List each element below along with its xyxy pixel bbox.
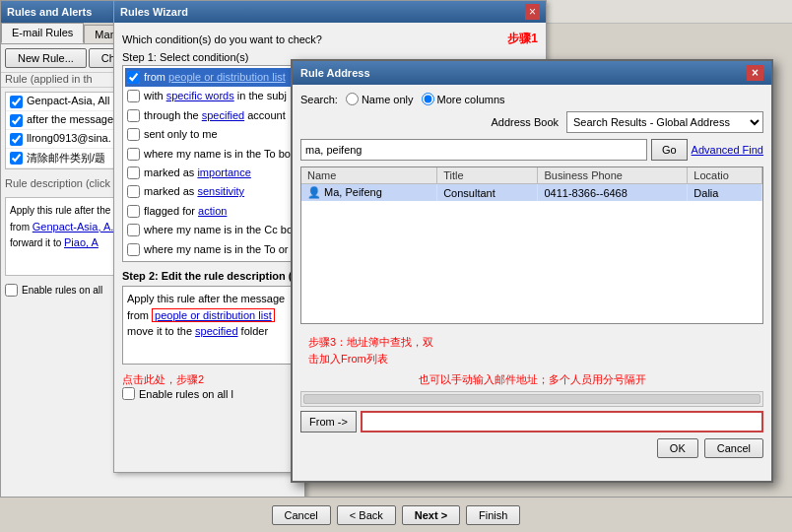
dialog-title: Rule Address: [300, 67, 370, 79]
person-icon: 👤: [307, 186, 321, 198]
results-table-header-row: Name Title Business Phone Locatio: [301, 167, 762, 184]
search-label: Search:: [300, 94, 338, 105]
rule-checkbox-0[interactable]: [10, 96, 23, 108]
footer-back-button[interactable]: < Back: [337, 505, 396, 525]
radio-name-only-label: Name only: [346, 93, 414, 105]
result-location-0: Dalia: [688, 184, 762, 202]
result-name-0: 👤 Ma, Peifeng: [301, 184, 437, 202]
also-annotation: 也可以手动输入邮件地址；多个人员用分号隔开: [300, 372, 763, 387]
address-book-select[interactable]: Search Results - Global Address: [566, 111, 763, 133]
dialog-cancel-button[interactable]: Cancel: [704, 438, 763, 458]
rule-desc-text: Apply this rule after the messagefrom pe…: [127, 293, 285, 337]
sensitivity-link[interactable]: sensitivity: [197, 185, 244, 197]
condition-text-2: through the specified account: [144, 108, 286, 123]
action-link[interactable]: action: [198, 205, 227, 217]
result-phone-0: 0411-8366--6468: [538, 184, 688, 202]
col-location: Locatio: [688, 167, 762, 184]
middle-section: 步骤3：地址簿中查找，双 击加入From列表: [300, 330, 763, 372]
enable-rules-wizard-checkbox[interactable]: [122, 387, 135, 400]
condition-checkbox-5[interactable]: [127, 166, 140, 179]
condition-checkbox-8[interactable]: [127, 224, 140, 236]
new-rule-button[interactable]: New Rule...: [5, 48, 87, 68]
enable-rules-wizard-label: Enable rules on all l: [139, 388, 233, 400]
rule-checkbox-2[interactable]: [10, 133, 23, 146]
condition-checkbox-3[interactable]: [127, 128, 140, 141]
enable-rules-label: Enable rules on all: [22, 285, 102, 296]
radio-more-columns-label: More columns: [422, 93, 505, 105]
wizard-titlebar: Rules Wizard ×: [114, 1, 546, 23]
footer-next-button[interactable]: Next >: [402, 505, 460, 525]
radio-name-only-text: Name only: [362, 94, 414, 105]
condition-text-6: marked as sensitivity: [144, 184, 244, 199]
people-dist-link-0[interactable]: people or distribution list: [168, 71, 286, 83]
dialog-bottom-btns: OK Cancel: [300, 438, 763, 458]
wizard-close-btn[interactable]: ×: [525, 4, 540, 20]
from-button[interactable]: From ->: [300, 411, 357, 432]
enable-rules-checkbox[interactable]: [5, 284, 18, 297]
condition-text-7: flagged for action: [144, 204, 227, 219]
search-row: Search: Name only More columns: [300, 93, 763, 105]
importance-link[interactable]: importance: [197, 166, 250, 178]
radio-more-columns[interactable]: [422, 93, 434, 105]
dialog-body: Search: Name only More columns Address B…: [293, 85, 771, 466]
radio-group: Name only More columns: [346, 93, 505, 105]
from-input[interactable]: [361, 411, 763, 432]
rule-checkbox-3[interactable]: [10, 152, 23, 165]
scroll-track: [303, 394, 760, 404]
step1-title: Which condition(s) do you want to check?: [122, 33, 322, 45]
rule-text-0: Genpact-Asia, All: [27, 95, 109, 106]
results-table: Name Title Business Phone Locatio 👤 Ma, …: [301, 167, 762, 201]
advanced-find-link[interactable]: Advanced Find: [692, 144, 763, 156]
condition-checkbox-1[interactable]: [127, 90, 140, 102]
table-header-label: Rule (applied in th: [5, 73, 93, 85]
results-table-container: Name Title Business Phone Locatio 👤 Ma, …: [300, 166, 763, 324]
go-button[interactable]: Go: [651, 139, 688, 161]
specified-folder-link[interactable]: specified: [195, 325, 237, 337]
footer-cancel-button[interactable]: Cancel: [272, 505, 331, 525]
address-book-row: Address Book Search Results - Global Add…: [300, 111, 763, 133]
col-name: Name: [301, 167, 437, 184]
ok-button[interactable]: OK: [657, 438, 698, 458]
search-input-row: Go Advanced Find: [300, 139, 763, 161]
rule-text-2: llrong0913@sina.: [27, 132, 111, 144]
col-phone: Business Phone: [538, 167, 688, 184]
rule-checkbox-1[interactable]: [10, 114, 23, 127]
condition-checkbox-6[interactable]: [127, 185, 140, 198]
condition-text-8: where my name is in the Cc bo: [144, 223, 293, 237]
dialog-titlebar: Rule Address ×: [293, 61, 771, 85]
condition-checkbox-2[interactable]: [127, 109, 140, 122]
step1-label: 步骤1: [507, 31, 538, 47]
people-dist-link-desc[interactable]: people or distribution list: [152, 308, 275, 322]
radio-more-columns-text: More columns: [437, 94, 505, 105]
rule-text-1: after the message: [27, 113, 113, 125]
tab-email-rules[interactable]: E-mail Rules: [1, 23, 84, 43]
condition-text-5: marked as importance: [144, 166, 251, 180]
footer-finish-button[interactable]: Finish: [466, 505, 520, 525]
condition-text-1: with specific words in the subj: [144, 89, 287, 103]
condition-text-9: where my name is in the To or: [144, 242, 289, 257]
col-title: Title: [437, 167, 538, 184]
search-input[interactable]: [300, 139, 647, 161]
radio-name-only[interactable]: [346, 93, 359, 105]
condition-checkbox-4[interactable]: [127, 148, 140, 161]
result-title-0: Consultant: [437, 184, 538, 202]
rule-address-dialog: Rule Address × Search: Name only More co…: [291, 59, 773, 483]
condition-text-10: where my name is not in the T: [144, 261, 289, 262]
annotation3-text: 步骤3：地址簿中查找，双 击加入From列表: [308, 334, 433, 366]
condition-checkbox-0[interactable]: [127, 71, 140, 84]
condition-checkbox-7[interactable]: [127, 205, 140, 218]
dialog-close-btn[interactable]: ×: [747, 65, 763, 81]
result-row-0[interactable]: 👤 Ma, Peifeng Consultant 0411-8366--6468…: [301, 184, 762, 202]
wizard-title: Rules Wizard: [120, 6, 188, 18]
from-row: From ->: [300, 411, 763, 432]
address-book-label: Address Book: [492, 116, 559, 128]
condition-checkbox-9[interactable]: [127, 243, 140, 256]
rule-text-3: 清除邮件类别/题: [27, 151, 105, 166]
specific-words-link-1[interactable]: specific words: [166, 90, 234, 101]
panel-title: Rules and Alerts: [7, 6, 92, 18]
horizontal-scrollbar[interactable]: [300, 391, 763, 407]
specified-link-2[interactable]: specified: [202, 109, 244, 121]
results-table-body: 👤 Ma, Peifeng Consultant 0411-8366--6468…: [301, 184, 762, 202]
condition-text-4: where my name is in the To bo: [144, 147, 291, 162]
condition-text-3: sent only to me: [144, 127, 218, 142]
